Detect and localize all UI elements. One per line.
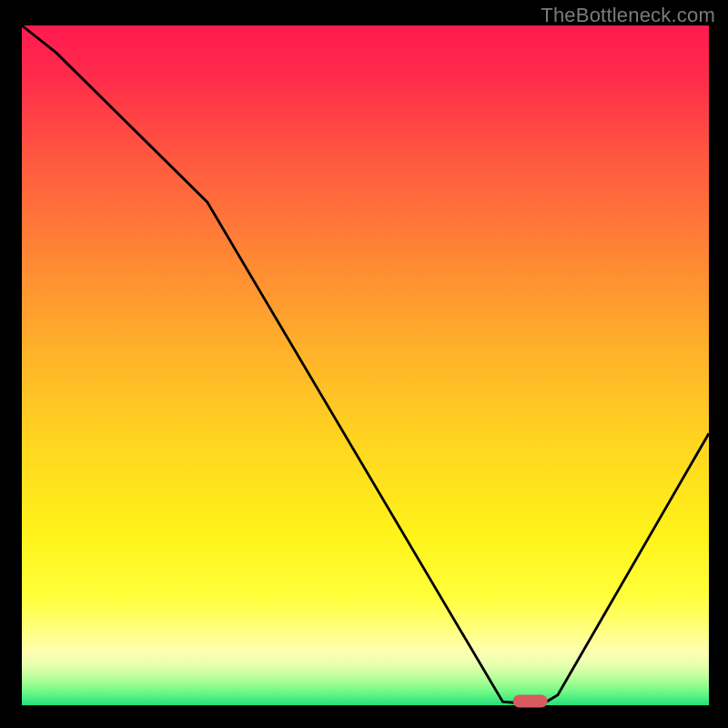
svg-rect-0: [22, 25, 709, 705]
plot-area: [22, 25, 709, 708]
bottleneck-chart: [0, 0, 728, 728]
optimal-marker: [513, 695, 548, 708]
watermark-text: TheBottleneck.com: [541, 4, 715, 27]
